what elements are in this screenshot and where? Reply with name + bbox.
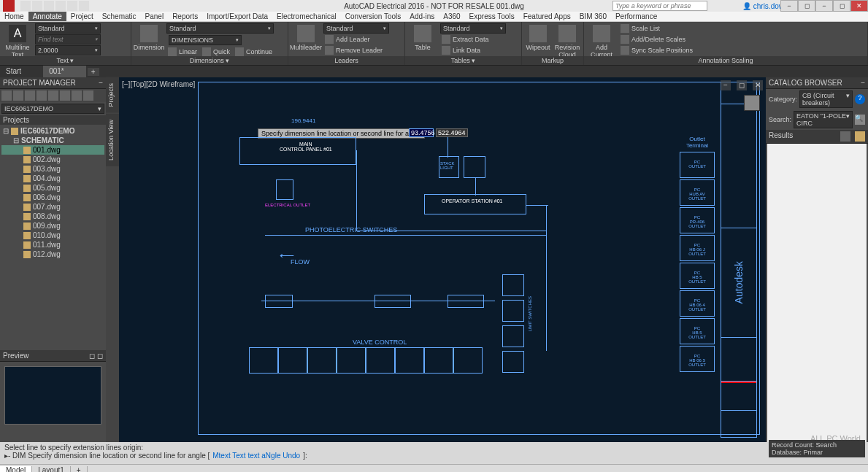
- table-button[interactable]: Table: [408, 23, 437, 51]
- search-go-icon[interactable]: 🔍: [855, 115, 865, 125]
- tree-file[interactable]: 004.dwg: [1, 174, 104, 183]
- view-cube[interactable]: [744, 95, 760, 111]
- tab-import-export[interactable]: Import/Export Data: [202, 12, 272, 21]
- linear-dim-button[interactable]: Linear: [166, 47, 199, 57]
- extract-data-button[interactable]: Extract Data: [440, 34, 506, 45]
- tree-file[interactable]: 010.dwg: [1, 231, 104, 240]
- tab-panel[interactable]: Panel: [141, 12, 169, 21]
- maximize-button[interactable]: ◻: [833, 0, 850, 12]
- vp-minimize-icon[interactable]: −: [721, 80, 731, 90]
- tree-schematic-folder[interactable]: ⊟ SCHEMATIC: [1, 136, 104, 145]
- remove-leader-button[interactable]: Remove Leader: [323, 45, 389, 55]
- qat-open-icon[interactable]: [32, 1, 42, 11]
- tab-project[interactable]: Project: [66, 12, 98, 21]
- qat-new-icon[interactable]: [20, 1, 31, 11]
- tab-annotate[interactable]: Annotate: [28, 12, 66, 21]
- preview-controls-icon[interactable]: ◻ ◻: [89, 352, 103, 360]
- pm-close-icon[interactable]: −: [99, 79, 103, 87]
- help-icon[interactable]: ?: [855, 94, 865, 104]
- tree-file[interactable]: 002.dwg: [1, 155, 104, 164]
- add-delete-scales-button[interactable]: Add/Delete Scales: [619, 34, 694, 45]
- tab-bim360[interactable]: BIM 360: [575, 12, 611, 21]
- link-data-button[interactable]: Link Data: [440, 45, 506, 55]
- tree-file[interactable]: 006.dwg: [1, 193, 104, 202]
- results-list[interactable]: [767, 144, 867, 442]
- continue-dim-button[interactable]: Continue: [234, 47, 274, 57]
- tab-start[interactable]: Start: [0, 66, 43, 77]
- category-select[interactable]: CB (Circuit breakers)▾: [799, 90, 853, 108]
- tree-file[interactable]: 008.dwg: [1, 212, 104, 221]
- new-tab-button[interactable]: +: [88, 68, 99, 76]
- tab-a360[interactable]: A360: [439, 12, 464, 21]
- pm-tool-icon[interactable]: [83, 90, 93, 101]
- vtab-projects[interactable]: Projects: [106, 77, 119, 113]
- app-logo-icon[interactable]: [3, 0, 15, 12]
- scale-list-button[interactable]: Scale List: [619, 23, 694, 34]
- revision-cloud-button[interactable]: Revision Cloud: [554, 23, 580, 58]
- inner-restore-button[interactable]: ◻: [798, 0, 815, 12]
- tab-conversion[interactable]: Conversion Tools: [341, 12, 406, 21]
- find-text-input[interactable]: Find text: [35, 34, 101, 45]
- text-height-select[interactable]: 2.0000: [35, 45, 101, 55]
- dim-layer-select[interactable]: DIMENSIONS: [169, 35, 242, 45]
- quick-dim-button[interactable]: Quick: [201, 47, 231, 57]
- pm-tool-icon[interactable]: [25, 90, 35, 101]
- add-leader-button[interactable]: Add Leader: [323, 34, 389, 45]
- tree-project-root[interactable]: ⊟ IEC60617DEMO: [1, 126, 104, 136]
- add-layout-button[interactable]: +: [71, 466, 88, 472]
- pm-tool-icon[interactable]: [13, 90, 23, 101]
- table-style-select[interactable]: Standard: [440, 23, 506, 34]
- qat-redo-icon[interactable]: [67, 1, 77, 11]
- catalog-close-icon[interactable]: −: [861, 79, 865, 87]
- tab-performance[interactable]: Performance: [611, 12, 661, 21]
- multiline-text-button[interactable]: AMultiline Text: [3, 23, 32, 58]
- leader-style-select[interactable]: Standard: [323, 23, 389, 34]
- pm-tool-icon[interactable]: [72, 90, 82, 101]
- tree-file[interactable]: 012.dwg: [1, 249, 104, 259]
- vp-maximize-icon[interactable]: ◻: [737, 80, 747, 90]
- tree-file[interactable]: 007.dwg: [1, 202, 104, 212]
- qat-undo-icon[interactable]: [55, 1, 66, 11]
- pm-tool-icon[interactable]: [1, 90, 12, 101]
- command-line[interactable]: Select line to specify extension lines o…: [0, 442, 868, 464]
- tab-featured[interactable]: Featured Apps: [519, 12, 575, 21]
- dim-tool3-icon[interactable]: [277, 44, 287, 54]
- dim-tool1-icon[interactable]: [277, 23, 287, 34]
- pm-tool-icon[interactable]: [60, 90, 70, 101]
- results-edit-icon[interactable]: [855, 131, 865, 142]
- qat-print-icon[interactable]: [79, 1, 89, 11]
- pm-tool-icon[interactable]: [37, 90, 47, 101]
- tab-electromechanical[interactable]: Electromechanical: [272, 12, 341, 21]
- project-select[interactable]: IEC60617DEMO▾: [1, 104, 104, 114]
- drawing-canvas[interactable]: [−][Top][2D Wireframe] − ◻ ✕ Autodesk Ou…: [119, 77, 766, 442]
- layout1-tab[interactable]: Layout1: [32, 466, 71, 472]
- sync-scale-button[interactable]: Sync Scale Positions: [619, 45, 694, 55]
- tab-express[interactable]: Express Tools: [465, 12, 519, 21]
- dynamic-input[interactable]: 93.4756: [409, 128, 434, 137]
- qat-save-icon[interactable]: [44, 1, 54, 11]
- catalog-search-input[interactable]: EATON "1-POLE CIRC▾: [794, 111, 853, 128]
- tab-reports[interactable]: Reports: [168, 12, 202, 21]
- wipeout-button[interactable]: Wipeout: [525, 23, 551, 51]
- tree-file[interactable]: 009.dwg: [1, 221, 104, 231]
- dimension-button[interactable]: Dimension: [134, 23, 164, 51]
- close-button[interactable]: ✕: [850, 0, 868, 12]
- dim-tool2-icon[interactable]: [277, 34, 287, 44]
- tab-file-001[interactable]: 001*: [43, 66, 86, 77]
- results-tool-icon[interactable]: [840, 131, 850, 142]
- multileader-button[interactable]: Multileader: [291, 23, 320, 51]
- cmd-current-line[interactable]: ▸- DIM Specify dimension line location o…: [4, 452, 864, 460]
- vtab-location[interactable]: Location View: [106, 114, 119, 166]
- inner-minimize-button[interactable]: −: [780, 0, 798, 12]
- tree-file[interactable]: 005.dwg: [1, 183, 104, 193]
- tree-file[interactable]: 001.dwg: [1, 145, 104, 155]
- tab-schematic[interactable]: Schematic: [98, 12, 141, 21]
- view-label[interactable]: [−][Top][2D Wireframe]: [122, 80, 195, 88]
- help-search-input[interactable]: [612, 1, 707, 11]
- pm-tool-icon[interactable]: [48, 90, 58, 101]
- tree-file[interactable]: 011.dwg: [1, 240, 104, 249]
- model-tab[interactable]: Model: [0, 466, 32, 472]
- text-style-select[interactable]: Standard: [35, 23, 101, 34]
- tab-home[interactable]: Home: [0, 12, 28, 21]
- tree-file[interactable]: 003.dwg: [1, 164, 104, 174]
